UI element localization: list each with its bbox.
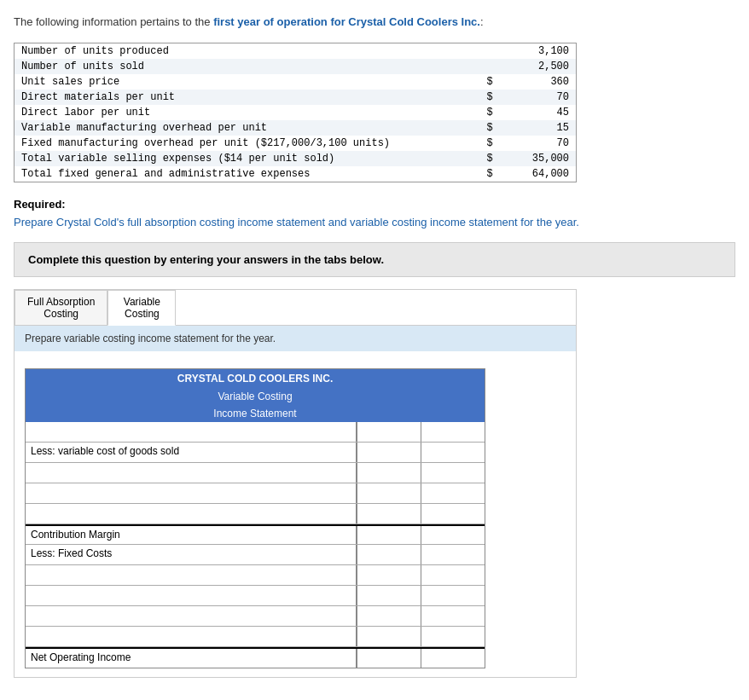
- is-input-left[interactable]: [357, 545, 421, 564]
- intro-text-before: The following information pertains to th…: [14, 15, 213, 28]
- info-dollar: $: [471, 90, 499, 105]
- info-value: 45: [500, 105, 576, 120]
- is-row-label: Contribution Margin: [26, 526, 357, 544]
- list-item: [26, 422, 485, 443]
- is-input-left[interactable]: [357, 627, 421, 646]
- info-table: Number of units produced 3,100 Number of…: [14, 43, 577, 182]
- is-input-left[interactable]: [357, 463, 421, 483]
- is-input-right[interactable]: [421, 565, 485, 585]
- is-row-label: [26, 463, 357, 483]
- is-row-label: Net Operating Income: [26, 649, 357, 668]
- is-input-left[interactable]: [357, 526, 421, 544]
- tabs-header: Full AbsorptionCosting VariableCosting: [15, 290, 576, 326]
- is-input-left[interactable]: [357, 565, 421, 585]
- info-value: 360: [500, 74, 576, 90]
- table-row: Number of units produced 3,100: [15, 43, 576, 59]
- info-label: Direct materials per unit: [15, 90, 471, 105]
- list-item: [26, 606, 485, 627]
- is-input-right[interactable]: [421, 443, 485, 462]
- is-input-right[interactable]: [421, 586, 485, 605]
- table-row: Total fixed general and administrative e…: [15, 166, 576, 182]
- info-label: Unit sales price: [15, 74, 471, 90]
- income-statement-wrapper: CRYSTAL COLD COOLERS INC. Variable Costi…: [15, 351, 576, 677]
- list-item: [26, 565, 485, 586]
- info-label: Variable manufacturing overhead per unit: [15, 120, 471, 136]
- is-input-left[interactable]: [357, 504, 421, 524]
- table-row: Direct materials per unit $ 70: [15, 90, 576, 105]
- info-dollar: $: [471, 105, 499, 120]
- is-row-label: [26, 422, 357, 442]
- intro-paragraph: The following information pertains to th…: [14, 14, 735, 31]
- info-dollar: [471, 43, 499, 59]
- instruction-text: Complete this question by entering your …: [28, 253, 384, 266]
- info-value: 2,500: [500, 59, 576, 74]
- info-label: Number of units sold: [15, 59, 471, 74]
- is-input-right[interactable]: [421, 483, 485, 503]
- is-row-label: [26, 586, 357, 605]
- tab-full-absorption[interactable]: Full AbsorptionCosting: [15, 290, 107, 325]
- list-item: [26, 463, 485, 483]
- tab-instruction: Prepare variable costing income statemen…: [15, 326, 576, 351]
- is-input-right[interactable]: [421, 463, 485, 483]
- required-section: Required: Prepare Crystal Cold's full ab…: [14, 198, 735, 231]
- is-row-label: [26, 565, 357, 585]
- required-description: Prepare Crystal Cold's full absorption c…: [14, 214, 735, 231]
- tabs-container: Full AbsorptionCosting VariableCosting P…: [14, 289, 577, 678]
- table-row: Fixed manufacturing overhead per unit ($…: [15, 136, 576, 151]
- is-input-left[interactable]: [357, 422, 421, 442]
- info-table-content: Number of units produced 3,100 Number of…: [15, 43, 576, 182]
- info-dollar: $: [471, 166, 499, 182]
- table-row: Direct labor per unit $ 45: [15, 105, 576, 120]
- list-item: [26, 627, 485, 647]
- is-input-right[interactable]: [421, 545, 485, 564]
- list-item: [26, 586, 485, 606]
- is-row-label: Less: Fixed Costs: [26, 545, 357, 564]
- instruction-box: Complete this question by entering your …: [14, 242, 735, 277]
- is-row-label: [26, 483, 357, 503]
- info-label: Number of units produced: [15, 43, 471, 59]
- is-input-left[interactable]: [357, 443, 421, 462]
- tab-instruction-text: Prepare variable costing income statemen…: [25, 333, 276, 344]
- is-input-right[interactable]: [421, 526, 485, 544]
- required-title: Required:: [14, 198, 735, 211]
- is-input-left[interactable]: [357, 649, 421, 668]
- is-input-right[interactable]: [421, 649, 485, 668]
- info-value: 35,000: [500, 151, 576, 166]
- info-value: 70: [500, 90, 576, 105]
- list-item: [26, 504, 485, 524]
- list-item: Less: Fixed Costs: [26, 545, 485, 565]
- is-input-left[interactable]: [357, 606, 421, 626]
- info-label: Direct labor per unit: [15, 105, 471, 120]
- info-value: 70: [500, 136, 576, 151]
- table-row: Number of units sold 2,500: [15, 59, 576, 74]
- table-row: Variable manufacturing overhead per unit…: [15, 120, 576, 136]
- is-header-title: Income Statement: [26, 405, 485, 422]
- info-label: Total fixed general and administrative e…: [15, 166, 471, 182]
- tab-variable-costing[interactable]: VariableCosting: [107, 290, 176, 326]
- is-row-label: Less: variable cost of goods sold: [26, 443, 357, 462]
- intro-highlight: first year of operation for Crystal Cold…: [213, 15, 480, 28]
- intro-text-after: :: [480, 15, 484, 28]
- is-input-left[interactable]: [357, 483, 421, 503]
- is-header-company: CRYSTAL COLD COOLERS INC.: [26, 369, 485, 388]
- info-label: Fixed manufacturing overhead per unit ($…: [15, 136, 471, 151]
- info-label: Total variable selling expenses ($14 per…: [15, 151, 471, 166]
- is-input-right[interactable]: [421, 504, 485, 524]
- table-row: Total variable selling expenses ($14 per…: [15, 151, 576, 166]
- income-statement: CRYSTAL COLD COOLERS INC. Variable Costi…: [25, 368, 485, 668]
- is-input-right[interactable]: [421, 627, 485, 646]
- list-item: Contribution Margin: [26, 524, 485, 545]
- info-dollar: $: [471, 151, 499, 166]
- is-input-left[interactable]: [357, 586, 421, 605]
- is-body: Less: variable cost of goods soldContrib…: [26, 422, 485, 668]
- is-input-right[interactable]: [421, 606, 485, 626]
- info-dollar: $: [471, 74, 499, 90]
- table-row: Unit sales price $ 360: [15, 74, 576, 90]
- list-item: Less: variable cost of goods sold: [26, 443, 485, 463]
- info-dollar: $: [471, 136, 499, 151]
- is-input-right[interactable]: [421, 422, 485, 442]
- info-dollar: $: [471, 120, 499, 136]
- info-value: 3,100: [500, 43, 576, 59]
- info-dollar: [471, 59, 499, 74]
- is-row-label: [26, 504, 357, 524]
